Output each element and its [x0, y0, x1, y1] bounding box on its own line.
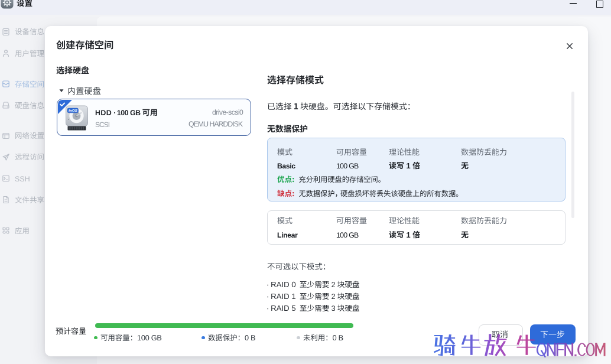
- svg-text:fnOS: fnOS: [69, 108, 78, 112]
